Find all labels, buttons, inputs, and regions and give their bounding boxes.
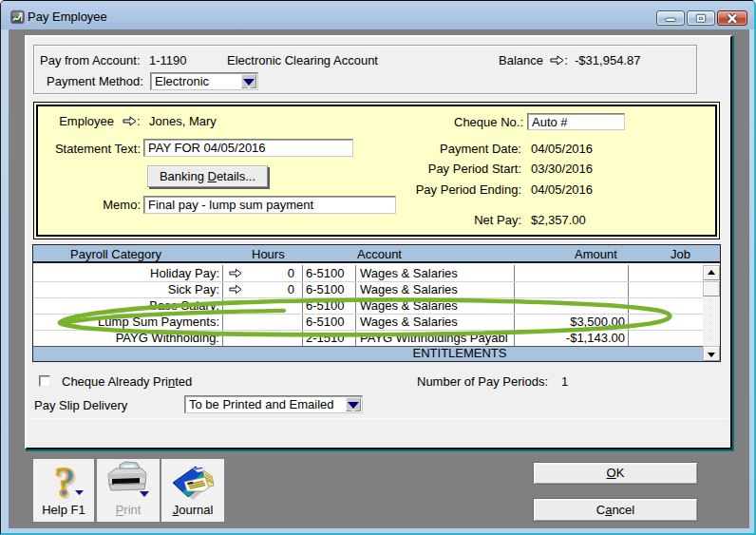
svg-text:?: ?: [55, 459, 76, 503]
